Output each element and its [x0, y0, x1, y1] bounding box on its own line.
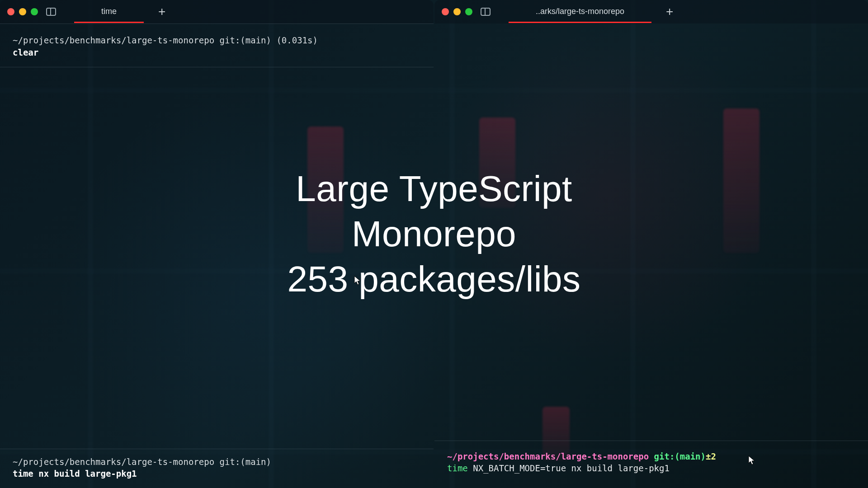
close-icon[interactable]: [442, 8, 449, 15]
prompt-line: ~/projects/benchmarks/large-ts-monorepo …: [13, 34, 421, 47]
divider: [0, 23, 434, 24]
prompt-branch: main: [245, 35, 266, 45]
prompt-path: ~/projects/benchmarks/large-ts-monorepo: [13, 35, 214, 45]
bottom-prompt-block: ~/projects/benchmarks/large-ts-monorepo …: [13, 456, 421, 480]
bottom-prompt-block: ~/projects/benchmarks/large-ts-monorepo …: [447, 450, 855, 474]
prompt-dirty: ±2: [706, 451, 716, 461]
zoom-icon[interactable]: [31, 8, 38, 15]
titlebar: ..arks/large-ts-monorepo +: [434, 0, 868, 23]
divider: [0, 449, 434, 449]
divider: [0, 67, 434, 67]
prompt-git-suffix: ): [266, 457, 271, 467]
minimize-icon[interactable]: [453, 8, 461, 15]
prompt-branch: main: [245, 457, 266, 467]
prompt-git-suffix: ): [701, 451, 706, 461]
tab-active[interactable]: time: [74, 0, 144, 23]
terminal-body[interactable]: ~/projects/benchmarks/large-ts-monorepo …: [434, 23, 868, 488]
prompt-timing: (0.031s): [271, 35, 318, 45]
terminal-window-left: time + ~/projects/benchmarks/large-ts-mo…: [0, 0, 434, 488]
command-text: clear: [13, 47, 38, 57]
prompt-git: git:(: [214, 457, 245, 467]
tab-bar: ..arks/large-ts-monorepo +: [509, 0, 861, 23]
command-line: clear: [13, 47, 421, 59]
prompt-git: git:(: [649, 451, 680, 461]
command-text: NX_BATCH_MODE=true nx build large-pkg1: [468, 463, 670, 473]
prompt-line: ~/projects/benchmarks/large-ts-monorepo …: [447, 450, 855, 463]
window-controls: [442, 8, 472, 15]
command-time-keyword: time: [447, 463, 468, 473]
prompt-line: ~/projects/benchmarks/large-ts-monorepo …: [13, 456, 421, 468]
split-pane-icon[interactable]: [481, 8, 491, 16]
command-line: time NX_BATCH_MODE=true nx build large-p…: [447, 462, 855, 474]
prompt-git-suffix: ): [266, 35, 271, 45]
window-controls: [7, 8, 38, 15]
new-tab-button[interactable]: +: [153, 5, 171, 19]
new-tab-button[interactable]: +: [660, 5, 679, 19]
tab-active[interactable]: ..arks/large-ts-monorepo: [509, 0, 651, 23]
prompt-branch: main: [680, 451, 701, 461]
divider: [434, 441, 868, 441]
command-line: time nx build large-pkg1: [13, 468, 421, 480]
zoom-icon[interactable]: [465, 8, 472, 15]
prompt-git: git:(: [214, 35, 245, 45]
terminal-window-right: ..arks/large-ts-monorepo + ~/projects/be…: [434, 0, 868, 488]
terminal-body[interactable]: ~/projects/benchmarks/large-ts-monorepo …: [0, 23, 434, 488]
titlebar: time +: [0, 0, 434, 23]
split-pane-icon[interactable]: [46, 8, 56, 16]
tab-bar: time +: [74, 0, 426, 23]
command-text: time nx build large-pkg1: [13, 469, 137, 479]
prompt-path: ~/projects/benchmarks/large-ts-monorepo: [447, 451, 649, 461]
prompt-path: ~/projects/benchmarks/large-ts-monorepo: [13, 457, 214, 467]
close-icon[interactable]: [7, 8, 14, 15]
minimize-icon[interactable]: [19, 8, 26, 15]
